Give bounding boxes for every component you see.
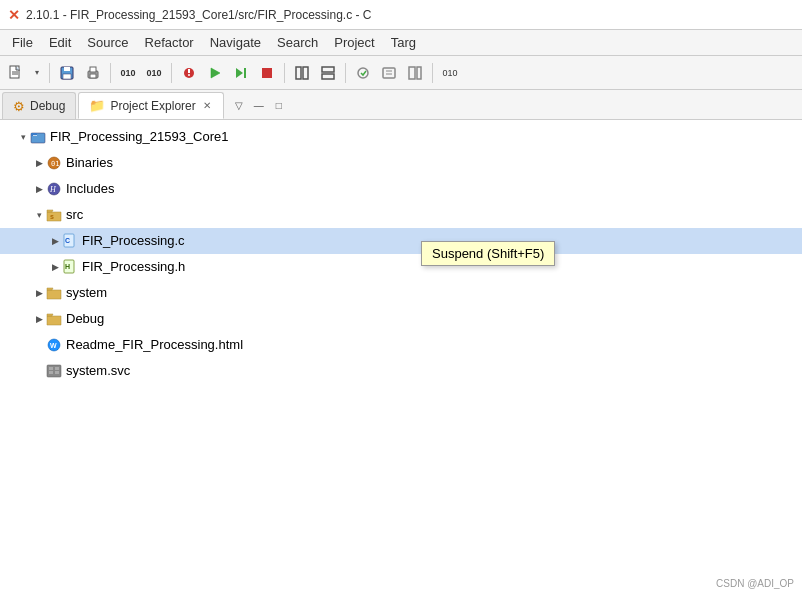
toolbar-btn-6[interactable] [351, 61, 375, 85]
svg-rect-18 [322, 67, 334, 72]
src-toggle[interactable]: ▾ [32, 208, 46, 222]
separator-3 [171, 63, 172, 83]
app-icon: ✕ [8, 7, 20, 23]
separator-1 [49, 63, 50, 83]
svg-marker-13 [236, 68, 243, 78]
tree-src-item[interactable]: ▾ s src [0, 202, 802, 228]
new-file-button[interactable] [4, 61, 28, 85]
debug-bug-button[interactable] [177, 61, 201, 85]
svg-rect-42 [49, 371, 53, 374]
menu-target[interactable]: Targ [383, 32, 424, 53]
menu-search[interactable]: Search [269, 32, 326, 53]
tab-maximize-button[interactable]: □ [270, 97, 288, 115]
svg-text:C: C [65, 237, 70, 244]
project-explorer-icon: 📁 [89, 98, 105, 113]
svg-rect-21 [383, 68, 395, 78]
binary-button[interactable]: 010 [116, 61, 140, 85]
fir-c-toggle[interactable]: ▶ [48, 234, 62, 248]
save-button[interactable] [55, 61, 79, 85]
main-area: ▾ FIR_Processing_21593_Core1 ▶ 01 [0, 120, 802, 597]
svg-text:01: 01 [51, 160, 59, 168]
stop-button[interactable] [255, 61, 279, 85]
tree-fir-h-item[interactable]: ▶ H FIR_Processing.h [0, 254, 802, 280]
title-bar: ✕ 2.10.1 - FIR_Processing_21593_Core1/sr… [0, 0, 802, 30]
fir-h-toggle[interactable]: ▶ [48, 260, 62, 274]
binaries-icon: 01 [46, 155, 62, 171]
tree-svc-item[interactable]: system.svc [0, 358, 802, 384]
c-file-icon: C [62, 233, 78, 249]
menu-file[interactable]: File [4, 32, 41, 53]
debug-folder-icon [46, 311, 62, 327]
svg-rect-4 [64, 67, 70, 71]
tree-includes-item[interactable]: ▶ H Includes [0, 176, 802, 202]
tooltip-text: Suspend (Shift+F5) [432, 246, 544, 261]
readme-label: Readme_FIR_Processing.html [66, 334, 243, 356]
tree-readme-item[interactable]: W Readme_FIR_Processing.html [0, 332, 802, 358]
h-file-icon: H [62, 259, 78, 275]
svg-marker-12 [211, 68, 220, 78]
debug-folder-label: Debug [66, 308, 104, 330]
layout-rows-button[interactable] [316, 61, 340, 85]
menu-source[interactable]: Source [79, 32, 136, 53]
debug-tab-label: Debug [30, 99, 65, 113]
toolbar-btn-8[interactable] [403, 61, 427, 85]
toolbar: ▾ 010 010 [0, 56, 802, 90]
svg-text:H: H [65, 263, 70, 270]
svg-rect-28 [33, 135, 37, 136]
src-label: src [66, 204, 83, 226]
svc-file-icon [46, 363, 62, 379]
tab-menu-button[interactable]: ▽ [230, 97, 248, 115]
system-folder-icon [46, 285, 62, 301]
includes-toggle[interactable]: ▶ [32, 182, 46, 196]
menu-edit[interactable]: Edit [41, 32, 79, 53]
svg-rect-16 [296, 67, 301, 79]
svg-rect-43 [55, 367, 59, 370]
project-tree: ▾ FIR_Processing_21593_Core1 ▶ 01 [0, 120, 802, 597]
tab-area: ⚙ Debug 📁 Project Explorer ✕ ▽ — □ Suspe… [0, 90, 802, 120]
svg-text:s: s [50, 213, 54, 220]
system-toggle[interactable]: ▶ [32, 286, 46, 300]
tree-fir-c-item[interactable]: ▶ C FIR_Processing.c [0, 228, 802, 254]
toolbar-btn-7[interactable] [377, 61, 401, 85]
title-text: 2.10.1 - FIR_Processing_21593_Core1/src/… [26, 8, 372, 22]
tree-debug-folder-item[interactable]: ▶ Debug [0, 306, 802, 332]
tab-close-button[interactable]: ✕ [201, 99, 213, 112]
svg-rect-25 [417, 67, 421, 79]
svg-rect-8 [90, 74, 96, 78]
svg-rect-7 [90, 67, 96, 72]
binaries-toggle[interactable]: ▶ [32, 156, 46, 170]
svc-label: system.svc [66, 360, 130, 382]
svg-rect-17 [303, 67, 308, 79]
new-file-dropdown[interactable]: ▾ [30, 61, 44, 85]
menu-navigate[interactable]: Navigate [202, 32, 269, 53]
run-button[interactable] [203, 61, 227, 85]
svg-rect-5 [63, 74, 71, 79]
binary2-button[interactable]: 010 [142, 61, 166, 85]
layout-columns-button[interactable] [290, 61, 314, 85]
resume-button[interactable] [229, 61, 253, 85]
watermark: CSDN @ADI_OP [716, 578, 794, 589]
src-folder-icon: s [46, 207, 62, 223]
tree-binaries-item[interactable]: ▶ 01 Binaries [0, 150, 802, 176]
menu-refactor[interactable]: Refactor [137, 32, 202, 53]
tree-root-item[interactable]: ▾ FIR_Processing_21593_Core1 [0, 124, 802, 150]
root-toggle[interactable]: ▾ [16, 130, 30, 144]
project-explorer-label: Project Explorer [110, 99, 195, 113]
tooltip-box: Suspend (Shift+F5) [421, 241, 555, 266]
separator-2 [110, 63, 111, 83]
tab-project-explorer[interactable]: 📁 Project Explorer ✕ [78, 92, 223, 119]
svg-rect-44 [55, 371, 59, 374]
svg-point-20 [358, 68, 368, 78]
tab-minimize-button[interactable]: — [250, 97, 268, 115]
separator-6 [432, 63, 433, 83]
debug-folder-toggle[interactable]: ▶ [32, 312, 46, 326]
tab-controls: ▽ — □ [230, 92, 288, 119]
tree-system-item[interactable]: ▶ system [0, 280, 802, 306]
project-icon [30, 129, 46, 145]
svg-text:W: W [50, 342, 57, 349]
tab-debug[interactable]: ⚙ Debug [2, 92, 76, 119]
toolbar-btn-9[interactable]: 010 [438, 61, 462, 85]
menu-project[interactable]: Project [326, 32, 382, 53]
print-button[interactable] [81, 61, 105, 85]
svg-rect-14 [244, 68, 246, 78]
